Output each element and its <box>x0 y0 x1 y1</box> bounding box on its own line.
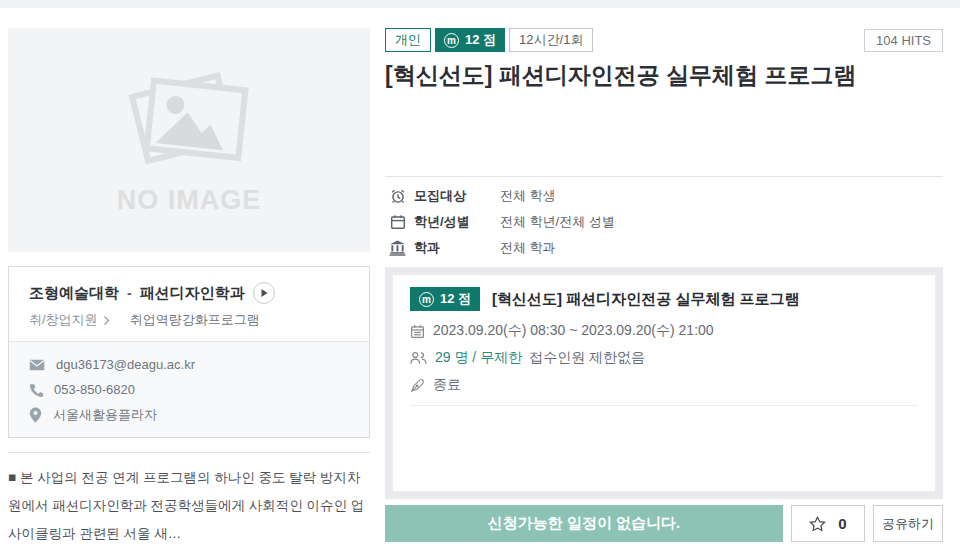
schedule-title: [혁신선도] 패션디자인전공 실무체험 프로그램 <box>492 290 800 309</box>
contact-phone-row: 053-850-6820 <box>29 377 349 402</box>
schedule-date-row: 2023.09.20(수) 08:30 ~ 2023.09.20(수) 21:0… <box>410 322 918 340</box>
star-icon <box>809 516 826 532</box>
organization-card: 조형예술대학 - 패션디자인학과 취/창업지원 취업역량강화프로그램 <box>8 266 370 438</box>
contact-phone: 053-850-6820 <box>54 382 135 397</box>
schedule-capacity-note: 접수인원 제한없음 <box>529 349 645 367</box>
department-name: 패션디자인학과 <box>140 284 245 303</box>
schedule-points-label: 12 점 <box>440 290 471 308</box>
contact-section: dgu36173@deagu.ac.kr 053-850-6820 서울새활용플… <box>9 341 369 437</box>
program-description: ■ 본 사업의 전공 연계 프로그램의 하나인 중도 탈락 방지차원에서 패션디… <box>8 464 370 548</box>
play-icon <box>259 288 269 298</box>
org-separator: - <box>127 285 132 301</box>
phone-icon <box>29 383 43 397</box>
contact-location-row: 서울새활용플라자 <box>29 402 349 427</box>
alarm-clock-icon <box>389 188 406 204</box>
page-title: [혁신선도] 패션디자인전공 실무체험 프로그램 <box>385 61 943 89</box>
left-divider <box>8 452 370 453</box>
schedule-capacity: 29 명 / 무제한 <box>435 349 522 367</box>
detail-value: 전체 학과 <box>500 239 556 257</box>
schedule-status-row: 종료 <box>410 376 918 394</box>
contact-location: 서울새활용플라자 <box>53 406 157 424</box>
photo-frames-icon <box>114 65 264 175</box>
favorite-count: 0 <box>838 515 846 532</box>
badge-points-label: 12 점 <box>465 31 496 49</box>
favorite-button[interactable]: 0 <box>791 505 865 542</box>
detail-row-target: 모집대상 전체 학생 <box>385 187 943 205</box>
no-image-label: NO IMAGE <box>117 185 262 216</box>
detail-value: 전체 학년/전체 성별 <box>500 213 615 231</box>
hits-badge: 104 HITS <box>864 29 943 52</box>
chevron-right-icon <box>103 315 110 326</box>
detail-label: 학과 <box>414 239 500 257</box>
calendar-icon <box>410 324 425 339</box>
organization-header: 조형예술대학 - 패션디자인학과 취/창업지원 취업역량강화프로그램 <box>9 267 369 341</box>
main-content: 개인 m 12 점 12시간/1회 104 HITS [혁신선도] 패션디자인전… <box>385 28 943 551</box>
contact-email-row: dgu36173@deagu.ac.kr <box>29 352 349 377</box>
details-section: 모집대상 전체 학생 학년/성별 전체 학년/전체 성별 <box>385 177 943 267</box>
location-pin-icon <box>29 407 42 423</box>
bank-icon <box>389 240 406 256</box>
schedule-inner-divider <box>410 405 918 406</box>
category-label: 취/창업지원 <box>29 311 98 329</box>
detail-label: 학년/성별 <box>414 213 500 231</box>
college-name: 조형예술대학 <box>29 284 119 303</box>
subcategory-label: 취업역량강화프로그램 <box>130 311 260 329</box>
calendar-icon <box>389 214 406 230</box>
mail-icon <box>29 359 45 371</box>
action-bar: 신청가능한 일정이 없습니다. 0 공유하기 <box>385 505 943 542</box>
badge-personal: 개인 <box>385 28 431 52</box>
badge-points: m 12 점 <box>435 28 505 52</box>
schedule-date-range: 2023.09.20(수) 08:30 ~ 2023.09.20(수) 21:0… <box>433 322 714 340</box>
no-image-placeholder: NO IMAGE <box>8 28 370 252</box>
pen-icon <box>410 378 425 393</box>
left-sidebar: NO IMAGE 조형예술대학 - 패션디자인학과 취/창업지원 <box>8 28 370 551</box>
schedule-points-badge: m 12 점 <box>410 287 480 311</box>
apply-button[interactable]: 신청가능한 일정이 없습니다. <box>385 505 783 542</box>
detail-label: 모집대상 <box>414 187 500 205</box>
people-icon <box>410 351 427 365</box>
share-button[interactable]: 공유하기 <box>873 505 943 542</box>
schedule-item[interactable]: m 12 점 [혁신선도] 패션디자인전공 실무체험 프로그램 <box>393 275 935 491</box>
m-circle-icon: m <box>419 292 434 307</box>
detail-row-grade-gender: 학년/성별 전체 학년/전체 성별 <box>385 213 943 231</box>
detail-value: 전체 학생 <box>500 187 556 205</box>
badge-duration: 12시간/1회 <box>509 28 593 52</box>
expand-org-button[interactable] <box>253 282 275 304</box>
schedule-capacity-row: 29 명 / 무제한 접수인원 제한없음 <box>410 349 918 367</box>
contact-email: dgu36173@deagu.ac.kr <box>56 357 195 372</box>
top-strip <box>0 0 960 8</box>
badges-row: 개인 m 12 점 12시간/1회 104 HITS <box>385 28 943 52</box>
detail-row-department: 학과 전체 학과 <box>385 239 943 257</box>
schedule-list: m 12 점 [혁신선도] 패션디자인전공 실무체험 프로그램 <box>385 267 943 499</box>
program-detail-page: NO IMAGE 조형예술대학 - 패션디자인학과 취/창업지원 <box>0 8 960 551</box>
m-circle-icon: m <box>444 33 459 48</box>
schedule-status: 종료 <box>433 376 461 394</box>
